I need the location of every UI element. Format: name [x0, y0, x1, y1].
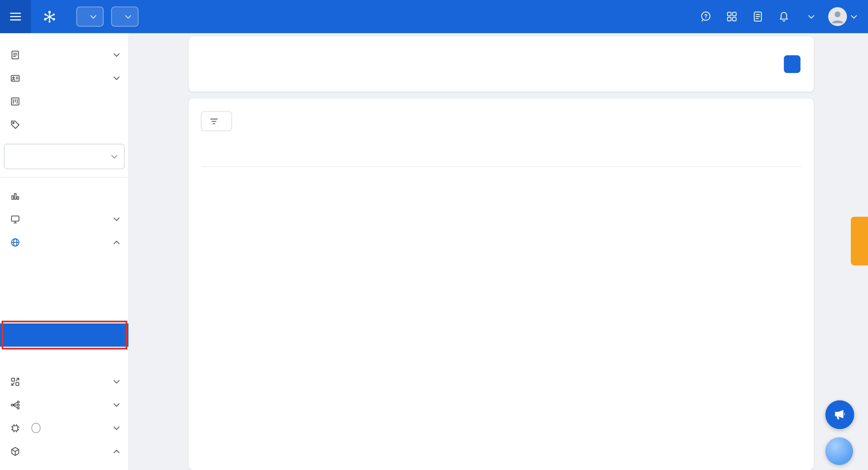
- column-header-name[interactable]: [201, 142, 290, 167]
- chevron-down-icon: [808, 15, 814, 19]
- chevron-down-icon: [851, 15, 857, 19]
- chevron-down-icon: [114, 53, 120, 57]
- hamburger-menu-button[interactable]: [0, 0, 31, 33]
- red-highlight-annotation: [2, 321, 127, 349]
- sidebar: [0, 33, 129, 470]
- chevron-down-icon: [114, 76, 120, 80]
- chevron-down-icon: [90, 15, 96, 19]
- tag-icon: [10, 119, 20, 130]
- sidebar-item-vpcs[interactable]: [0, 254, 128, 277]
- hamburger-icon: [10, 12, 21, 21]
- support-icon[interactable]: ?: [700, 10, 712, 23]
- load-balancer-icon: [10, 400, 20, 410]
- column-header-edge-gateway[interactable]: [472, 142, 561, 167]
- ai-infrastructure-icon: [10, 423, 20, 433]
- docs-icon[interactable]: [752, 10, 764, 23]
- column-header-created-at[interactable]: [651, 142, 737, 167]
- column-header-cidr[interactable]: [384, 142, 472, 167]
- ai-assistant-button[interactable]: [825, 437, 853, 465]
- column-header-actions: [737, 142, 802, 167]
- sidebar-item-subnets[interactable]: [0, 324, 128, 347]
- app-window: ?: [0, 0, 868, 470]
- feedback-tab[interactable]: [851, 217, 868, 265]
- chevron-down-icon: [114, 379, 120, 383]
- chevron-up-icon: [114, 449, 120, 453]
- containers-icon: [10, 446, 20, 456]
- iam-icon: [10, 73, 20, 83]
- compute-engine-icon: [10, 214, 20, 224]
- chevron-down-icon: [125, 15, 131, 19]
- sidebar-item-ai-infrastructure[interactable]: [0, 416, 128, 440]
- dashboard-icon: [10, 190, 20, 201]
- chevron-down-icon: [111, 155, 117, 159]
- column-header-dns-servers[interactable]: [561, 142, 651, 167]
- sidebar-item-label: [27, 423, 107, 433]
- avatar: [828, 7, 847, 26]
- auto-scaling-icon: [10, 376, 20, 387]
- sidebar-item-iam[interactable]: [0, 66, 128, 90]
- top-navbar: ?: [0, 0, 868, 33]
- sidebar-item-containers[interactable]: [0, 440, 128, 463]
- tenant-selector[interactable]: [804, 15, 814, 19]
- beta-badge: [31, 423, 40, 433]
- network-globe-icon: [10, 237, 20, 247]
- main-content: [129, 33, 868, 470]
- sidebar-item-vpn-site-to-site[interactable]: [0, 347, 128, 370]
- subnet-table: [201, 142, 802, 167]
- sidebar-divider: [0, 177, 128, 177]
- filter-icon: [210, 118, 218, 125]
- svg-text:?: ?: [704, 13, 707, 19]
- sidebar-item-compute-engine[interactable]: [0, 207, 128, 231]
- subnet-table-card: [189, 98, 814, 470]
- fpt-cloud-logo-icon: [42, 9, 57, 24]
- sidebar-item-auto-scaling[interactable]: [0, 370, 128, 393]
- user-menu[interactable]: [828, 7, 857, 26]
- apps-icon[interactable]: [725, 10, 738, 23]
- navbar-right-group: ?: [700, 7, 868, 26]
- sidebar-item-tagging[interactable]: [0, 113, 128, 136]
- announcements-button[interactable]: [825, 400, 854, 429]
- region-selector[interactable]: [111, 7, 138, 27]
- page-header-card: [189, 36, 814, 92]
- create-subnet-button[interactable]: [784, 55, 800, 73]
- sidebar-item-security-groups[interactable]: [0, 300, 128, 324]
- column-header-tags[interactable]: [290, 142, 384, 167]
- brand-logo[interactable]: [42, 9, 62, 24]
- billing-icon: [10, 49, 20, 60]
- chevron-up-icon: [114, 240, 120, 244]
- vdc-selector[interactable]: [4, 144, 124, 169]
- chevron-down-icon: [114, 403, 120, 407]
- chevron-down-icon: [114, 426, 120, 430]
- project-management-icon: [10, 96, 20, 106]
- sidebar-item-project-management[interactable]: [0, 90, 128, 113]
- user-icon: [828, 7, 847, 26]
- page-header-actions: [773, 55, 801, 73]
- filter-button[interactable]: [201, 111, 232, 131]
- sidebar-item-floating-ips[interactable]: [0, 277, 128, 300]
- sidebar-item-network[interactable]: [0, 231, 128, 254]
- table-header-row: [201, 142, 802, 167]
- sidebar-item-billing[interactable]: [0, 43, 128, 66]
- chevron-down-icon: [114, 217, 120, 221]
- megaphone-icon: [833, 407, 847, 422]
- sidebar-item-load-balancer[interactable]: [0, 393, 128, 416]
- project-selector[interactable]: [76, 7, 103, 27]
- sidebar-item-dashboard[interactable]: [0, 184, 128, 207]
- notifications-bell-icon[interactable]: [778, 10, 790, 23]
